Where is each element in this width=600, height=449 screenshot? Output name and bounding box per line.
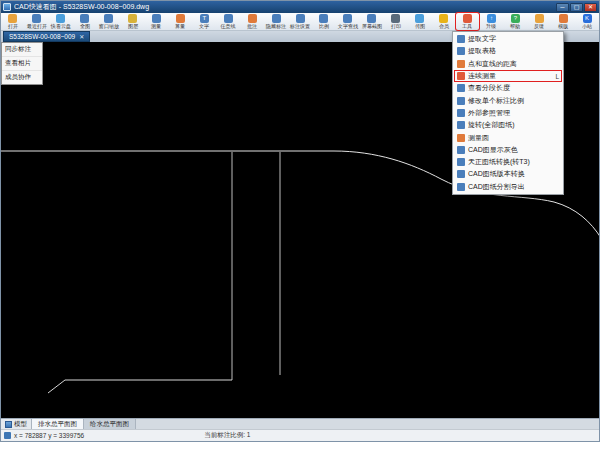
menu-item-icon: [457, 35, 465, 43]
layout-tab[interactable]: 给水总平面图: [84, 419, 136, 429]
toolbar-icon: [559, 14, 568, 23]
toolbar-icon: [391, 14, 400, 23]
tools-menu-item[interactable]: 外部参照管理: [454, 107, 562, 119]
toolbar-label: 屏幕截图: [362, 23, 382, 31]
toolbar-icon: [367, 14, 376, 23]
cursor-coordinates: x = 782887 y = 3399756: [14, 432, 84, 439]
toolbar-label: 打印: [391, 23, 401, 31]
toolbar-label: 批注: [247, 23, 257, 31]
toolbar-button[interactable]: 打开: [1, 13, 25, 30]
toolbar-button[interactable]: T 文字: [192, 13, 216, 30]
tools-menu-item[interactable]: 旋转(全部图纸): [454, 119, 562, 131]
document-tab[interactable]: S5328SW-00-008~009 ✕: [3, 31, 90, 42]
toolbar-icon: ?: [511, 14, 520, 23]
toolbar-button[interactable]: 标注设置: [288, 13, 312, 30]
toolbar-button[interactable]: 屏幕截图: [360, 13, 384, 30]
toolbar-label: 最近打开: [27, 23, 47, 31]
app-window: CAD快速看图 - S5328SW-00-008~009.dwg ─ ▢ ✕ 打…: [0, 0, 600, 442]
toolbar-icon: T: [200, 14, 209, 23]
tools-menu-item[interactable]: CAD图显示灰色: [454, 144, 562, 156]
toolbar-button[interactable]: 最近打开: [25, 13, 49, 30]
toolbar-button[interactable]: 算量: [168, 13, 192, 30]
toolbar-icon: [104, 14, 113, 23]
context-menu-item[interactable]: 同步标注: [2, 43, 42, 57]
toolbar-button[interactable]: 会员: [432, 13, 456, 30]
diagonal-tick: [48, 380, 65, 393]
tools-menu-item[interactable]: 点和直线的距离: [454, 58, 562, 70]
app-icon: [3, 3, 11, 11]
minimize-button[interactable]: ─: [556, 3, 569, 12]
toolbar-label: 窗口缩放: [98, 23, 118, 31]
model-tab-label: 模型: [14, 420, 27, 429]
toolbar-icon: [463, 14, 472, 23]
toolbar-button[interactable]: 图层: [121, 13, 145, 30]
toolbar-icon: [535, 14, 544, 23]
tools-menu-item[interactable]: 提取文字: [454, 33, 562, 45]
tools-menu-item[interactable]: 提取表格: [454, 45, 562, 57]
toolbar-icon: [272, 14, 281, 23]
toolbar-icon: [8, 14, 17, 23]
toolbar-icon: [296, 14, 305, 23]
toolbar-button[interactable]: 快看云盘: [49, 13, 73, 30]
toolbar-button[interactable]: ↑ 升级: [479, 13, 503, 30]
toolbar-label: 比例: [319, 23, 329, 31]
tools-menu-item[interactable]: 查看分段长度: [454, 82, 562, 94]
toolbar-label: 测量: [151, 23, 161, 31]
layout-tabs: 排水总平面图 给水总平面图: [32, 419, 136, 429]
menu-item-label: CAD图纸分割导出: [468, 182, 525, 192]
toolbar-button[interactable]: 工具: [456, 13, 480, 30]
toolbar-button[interactable]: 任意线: [216, 13, 240, 30]
annotation-scale-label: 当前标注比例: 1: [204, 431, 250, 440]
tools-menu-item[interactable]: CAD图纸分割导出: [454, 181, 562, 193]
toolbar-button[interactable]: 隐藏标注: [264, 13, 288, 30]
toolbar-button[interactable]: 文字查找: [336, 13, 360, 30]
tools-menu-item[interactable]: CAD图纸版本转换: [454, 168, 562, 180]
model-tab[interactable]: 模型: [1, 419, 32, 429]
toolbar-label: 会员: [438, 23, 448, 31]
menu-item-icon: [457, 170, 465, 178]
toolbar-button[interactable]: 打印: [384, 13, 408, 30]
toolbar-icon: [32, 14, 41, 23]
toolbar-button[interactable]: K 小站: [575, 13, 599, 30]
layout-tab[interactable]: 排水总平面图: [32, 419, 84, 429]
toolbar-label: 图层: [127, 23, 137, 31]
toolbar-icon: [152, 14, 161, 23]
toolbar-button[interactable]: ? 帮助: [503, 13, 527, 30]
grid-icon: [5, 421, 12, 428]
context-menu-item[interactable]: 查看相片: [2, 57, 42, 71]
menu-item-label: 天正图纸转换(转T3): [468, 157, 530, 167]
tab-close-icon[interactable]: ✕: [79, 33, 84, 40]
toolbar-button[interactable]: 模版: [551, 13, 575, 30]
toolbar-label: 文字: [199, 23, 209, 31]
toolbar-label: 算量: [175, 23, 185, 31]
toolbar-icon: [415, 14, 424, 23]
tools-menu-item[interactable]: 测量圆: [454, 131, 562, 143]
tools-menu-item[interactable]: 修改单个标注比例: [454, 94, 562, 106]
menu-item-label: CAD图显示灰色: [468, 145, 518, 155]
menu-item-label: 查看分段长度: [468, 83, 510, 93]
close-button[interactable]: ✕: [584, 3, 597, 12]
toolbar-label: 反馈: [534, 23, 544, 31]
toolbar-button[interactable]: 全图: [73, 13, 97, 30]
main-toolbar: 打开 最近打开 快看云盘 全图 窗口缩放: [1, 13, 599, 31]
toolbar-label: 小站: [582, 23, 592, 31]
maximize-button[interactable]: ▢: [570, 3, 583, 12]
toolbar-icon: [128, 14, 137, 23]
menu-item-icon: [457, 109, 465, 117]
toolbar-button[interactable]: 比例: [312, 13, 336, 30]
toolbar-icon: [80, 14, 89, 23]
toolbar-button[interactable]: 反馈: [527, 13, 551, 30]
toolbar-label: 隐藏标注: [266, 23, 286, 31]
toolbar-button[interactable]: 传图: [408, 13, 432, 30]
window-title: CAD快速看图 - S5328SW-00-008~009.dwg: [14, 2, 556, 12]
tools-menu-item[interactable]: 连续测量 L: [454, 70, 562, 82]
tools-menu-item[interactable]: 天正图纸转换(转T3): [454, 156, 562, 168]
context-menu-item[interactable]: 成员协作: [2, 71, 42, 84]
toolbar-button[interactable]: 窗口缩放: [97, 13, 121, 30]
toolbar-button[interactable]: 批注: [240, 13, 264, 30]
menu-item-icon: [457, 47, 465, 55]
toolbar-label: 模版: [558, 23, 568, 31]
canvas-context-menu: 同步标注 查看相片 成员协作: [1, 42, 43, 85]
menu-item-icon: [457, 60, 465, 68]
toolbar-button[interactable]: 测量: [145, 13, 169, 30]
